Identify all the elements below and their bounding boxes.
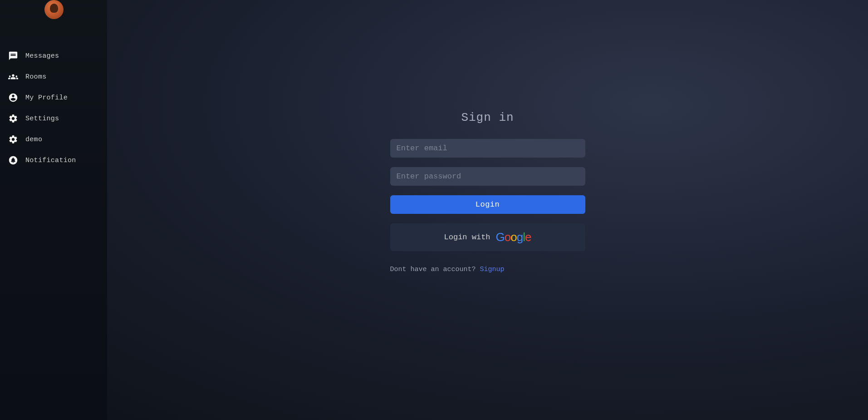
message-icon [8, 51, 18, 61]
password-input[interactable] [390, 167, 585, 186]
account-icon [8, 93, 18, 103]
signup-prompt: Dont have an account? Signup [390, 266, 585, 273]
sidebar-item-label: demo [25, 136, 42, 143]
sidebar-item-label: Messages [25, 52, 59, 60]
group-icon [8, 72, 18, 82]
settings-icon [8, 114, 18, 124]
sidebar-item-label: My Profile [25, 94, 68, 102]
login-button[interactable]: Login [390, 195, 585, 214]
sidebar: Messages Rooms My Profile Settings [0, 0, 107, 420]
sidebar-item-profile[interactable]: My Profile [0, 87, 107, 108]
settings-icon [8, 134, 18, 144]
login-title: Sign in [461, 111, 514, 124]
login-with-google-button[interactable]: Login with Google [390, 223, 585, 251]
sidebar-item-demo[interactable]: demo [0, 129, 107, 150]
login-form: Sign in Login Login with Google Dont hav… [390, 111, 585, 273]
sidebar-item-messages[interactable]: Messages [0, 45, 107, 66]
google-logo-icon: Google [496, 230, 531, 244]
sidebar-item-settings[interactable]: Settings [0, 108, 107, 129]
sidebar-item-label: Rooms [25, 73, 47, 81]
sidebar-item-notification[interactable]: Notification [0, 150, 107, 171]
no-account-text: Dont have an account? [390, 266, 476, 273]
sidebar-item-rooms[interactable]: Rooms [0, 66, 107, 87]
bell-icon [8, 155, 18, 165]
email-input[interactable] [390, 139, 585, 158]
nav-list: Messages Rooms My Profile Settings [0, 28, 107, 171]
sidebar-item-label: Settings [25, 115, 59, 123]
avatar[interactable] [44, 0, 64, 19]
avatar-container [0, 0, 107, 28]
main-content: Sign in Login Login with Google Dont hav… [107, 0, 868, 420]
google-button-text: Login with [444, 233, 490, 242]
sidebar-item-label: Notification [25, 157, 76, 164]
signup-link[interactable]: Signup [480, 266, 505, 273]
